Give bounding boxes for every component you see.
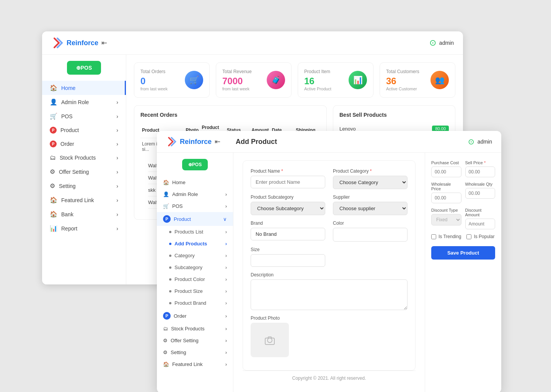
wholesale-price-input[interactable]: [431, 193, 461, 203]
fg-sidebar-stock[interactable]: 🗂 Stock Products ›: [157, 323, 233, 335]
description-textarea[interactable]: [251, 279, 408, 310]
sidebar-item-pos[interactable]: 🛒 POS ›: [42, 109, 126, 123]
form-group-product-category: Product Category Choose Category: [333, 168, 408, 189]
stat-value-product: 16: [304, 76, 331, 87]
is-trending-checkbox[interactable]: [431, 234, 436, 239]
sidebar-item-featured-link[interactable]: 🏠 Featured Link ›: [42, 193, 126, 207]
fg-sidebar-order[interactable]: P Order ›: [157, 309, 233, 323]
is-popular-checkbox[interactable]: [466, 234, 471, 239]
fg-sidebar-pos[interactable]: 🛒 POS ›: [157, 200, 233, 212]
fg-header: Reinforce ⇤ Add Product ⊙ admin: [157, 131, 501, 153]
fg-chevron-product-brand: ›: [225, 300, 227, 306]
supplier-select[interactable]: Choose supplier: [333, 202, 408, 215]
fg-sidebar-home[interactable]: 🏠 Home: [157, 176, 233, 188]
photo-upload-area[interactable]: [251, 323, 289, 357]
sidebar-item-report[interactable]: 📊 Report ›: [42, 221, 126, 235]
fg-collapse-icon[interactable]: ⇤: [215, 137, 220, 146]
subcategory-select[interactable]: Choose Subcategory: [251, 202, 325, 215]
fg-admin-area: ⊙ admin: [468, 137, 492, 146]
chevron-right-icon: ›: [116, 99, 118, 105]
product-name-label: Product Name: [251, 168, 325, 174]
fg-sidebar-label-order: Order: [174, 313, 186, 319]
form-group-spacer: [333, 247, 408, 267]
form-row-2: Product Subcategory Choose Subcategory S…: [251, 194, 408, 215]
size-label: Size: [251, 247, 325, 252]
product-name-input[interactable]: [251, 176, 325, 188]
sidebar-item-bank[interactable]: 🏠 Bank ›: [42, 207, 126, 221]
fg-admin-avatar-icon: ⊙: [468, 137, 474, 146]
sidebar-item-setting[interactable]: ⚙ Setting ›: [42, 179, 126, 193]
stat-sub-orders: from last week: [140, 87, 168, 91]
stat-card-customers: Total Customers 36 Active Customer 👥: [380, 62, 455, 98]
fg-sidebar-subcategory[interactable]: Subcategory ›: [157, 261, 233, 273]
sidebar-label-admin-role: Admin Role: [61, 99, 89, 105]
fg-sidebar-product[interactable]: P Product ∨: [157, 212, 233, 226]
form-row-4: Size: [251, 247, 408, 267]
color-label: Color: [333, 220, 408, 226]
sidebar-label-report: Report: [61, 225, 77, 232]
form-group-size: Size: [251, 247, 325, 267]
admin-avatar-icon: ⊙: [429, 38, 436, 48]
sidebar-item-home[interactable]: 🏠 Home: [42, 81, 126, 95]
fg-logo-area: Reinforce ⇤: [166, 136, 220, 147]
sidebar-label-offer: Offer Setting: [59, 169, 89, 175]
fg-sidebar-label-offer: Offer Setting: [171, 338, 199, 343]
price-row-2: Wholesale Price Wholesale Qty: [431, 182, 495, 203]
dot-subcategory: [169, 266, 171, 269]
fg-chevron-product: ∨: [223, 216, 227, 222]
save-product-button[interactable]: Save Product: [431, 246, 495, 260]
sidebar-label-product: Product: [60, 127, 79, 133]
fg-sidebar-product-size[interactable]: Product Size ›: [157, 285, 233, 297]
fg-sidebar-label-category: Category: [174, 253, 195, 258]
sidebar-label-pos: POS: [61, 113, 73, 119]
price-field-wholesale-qty: Wholesale Qty: [465, 182, 496, 203]
sell-price-input[interactable]: [465, 167, 496, 177]
setting-icon: ⚙: [50, 182, 55, 189]
color-input[interactable]: [333, 228, 408, 242]
size-input[interactable]: [251, 254, 325, 267]
is-trending-row: Is Trending Is Popular: [431, 234, 495, 239]
brand-input[interactable]: [251, 228, 325, 240]
fg-sidebar-label-pos: POS: [172, 203, 183, 209]
form-row-3: Brand Color: [251, 220, 408, 242]
fg-sidebar-products-list[interactable]: Products List ›: [157, 226, 233, 238]
dot-product-brand: [169, 302, 171, 304]
sidebar-item-admin-role[interactable]: 👤 Admin Role ›: [42, 95, 126, 109]
pricing-panel: Purchase Cost Sell Price Wholesale Price: [425, 153, 501, 392]
wholesale-qty-input[interactable]: [465, 188, 496, 199]
discount-type-select[interactable]: Fixed: [431, 214, 461, 225]
wholesale-qty-label: Wholesale Qty: [465, 182, 496, 186]
fg-sidebar-featured-link[interactable]: 🏠 Featured Link ›: [157, 358, 233, 370]
form-group-subcategory: Product Subcategory Choose Subcategory: [251, 194, 325, 215]
product-icon: P: [50, 127, 57, 134]
stat-circle-product: 📊: [349, 71, 367, 89]
purchase-cost-input[interactable]: [431, 167, 461, 177]
product-category-select[interactable]: Choose Category: [333, 176, 408, 189]
sidebar-item-stock[interactable]: 🗂 Stock Products ›: [42, 151, 126, 165]
sidebar-item-order[interactable]: P Order ›: [42, 137, 126, 151]
fg-sidebar-admin-role[interactable]: 👤 Admin Role ›: [157, 188, 233, 200]
fg-sidebar-product-color[interactable]: Product Color ›: [157, 273, 233, 285]
collapse-icon[interactable]: ⇤: [101, 39, 107, 47]
fg-sidebar-setting[interactable]: ⚙ Setting ›: [157, 346, 233, 358]
fg-sidebar-label-products-list: Products List: [174, 229, 203, 235]
fg-chevron-order: ›: [225, 313, 227, 319]
fg-home-icon: 🏠: [163, 180, 169, 185]
fg-sidebar-add-products[interactable]: Add Products ›: [157, 238, 233, 250]
sidebar-item-offer[interactable]: ⚙ Offer Setting ›: [42, 165, 126, 179]
is-trending-label: Is Trending: [439, 234, 461, 239]
fg-sidebar-category[interactable]: Category ›: [157, 250, 233, 261]
fg-chevron-setting: ›: [225, 350, 227, 355]
featured-link-icon: 🏠: [50, 196, 57, 204]
form-row-photo: Product Photo: [251, 315, 408, 357]
fg-pos-button[interactable]: ⊕POS: [182, 159, 208, 170]
dot-product-color: [169, 278, 171, 281]
fg-sidebar-offer[interactable]: ⚙ Offer Setting ›: [157, 335, 233, 346]
sidebar-item-product[interactable]: P Product ›: [42, 123, 126, 137]
form-group-product-name: Product Name: [251, 168, 325, 189]
price-field-wholesale: Wholesale Price: [431, 182, 461, 203]
fg-sidebar-product-brand[interactable]: Product Brand ›: [157, 297, 233, 309]
fg-chevron-featured: ›: [225, 361, 227, 367]
pos-button[interactable]: ⊕POS: [67, 61, 101, 75]
discount-amount-input[interactable]: [465, 219, 496, 229]
